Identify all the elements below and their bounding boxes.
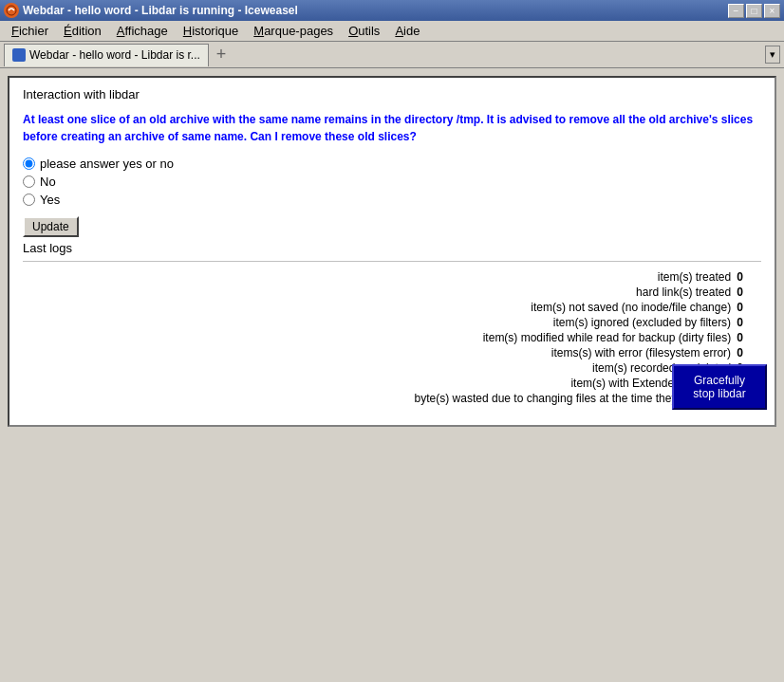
- table-row: item(s) not saved (no inode/file change)…: [23, 300, 761, 315]
- stat-label: item(s) recorded as deleted: [23, 360, 735, 376]
- radio-please[interactable]: [23, 157, 35, 170]
- menu-bar: Fichier Édition Affichage Historique Mar…: [0, 21, 784, 42]
- tab-label: Webdar - hello word - Libdar is r...: [29, 48, 200, 62]
- menu-affichage[interactable]: Affichage: [109, 22, 176, 40]
- tab-webdar[interactable]: Webdar - hello word - Libdar is r...: [4, 44, 209, 66]
- radio-please-label: please answer yes or no: [40, 157, 174, 171]
- stat-value: 0: [735, 300, 761, 315]
- minimize-button[interactable]: −: [728, 4, 744, 18]
- table-row: item(s) treated0: [23, 269, 761, 285]
- menu-outils[interactable]: Outils: [341, 22, 387, 40]
- interaction-panel: Interaction with libdar At least one sli…: [8, 76, 776, 427]
- stat-label: item(s) with Extended Attributes: [23, 376, 735, 391]
- stat-value: 0: [735, 269, 761, 285]
- close-button[interactable]: ×: [764, 4, 780, 18]
- add-tab-button[interactable]: +: [213, 45, 231, 65]
- stat-value: 0: [735, 330, 761, 345]
- stat-label: item(s) modified while read for backup (…: [23, 330, 735, 345]
- main-content: Interaction with libdar At least one sli…: [0, 68, 784, 682]
- radio-no[interactable]: [23, 175, 35, 188]
- menu-aide[interactable]: Aide: [387, 22, 427, 40]
- stat-value: 0: [735, 315, 761, 330]
- menu-fichier[interactable]: Fichier: [4, 22, 56, 40]
- radio-item-please: please answer yes or no: [23, 157, 761, 171]
- radio-no-label: No: [40, 175, 56, 189]
- menu-marque-pages[interactable]: Marque-pages: [246, 22, 341, 40]
- tab-favicon: [12, 48, 26, 62]
- menu-historique[interactable]: Historique: [176, 22, 247, 40]
- table-row: item(s) with Extended Attributes0: [23, 376, 761, 391]
- radio-yes-label: Yes: [40, 193, 60, 207]
- table-row: item(s) modified while read for backup (…: [23, 330, 761, 345]
- stat-label: item(s) treated: [23, 269, 735, 285]
- tab-bar: Webdar - hello word - Libdar is r... + ▾: [0, 42, 784, 68]
- window-title: Webdar - hello word - Libdar is running …: [23, 4, 298, 17]
- stats-table: item(s) treated0hard link(s) treated0ite…: [23, 269, 761, 406]
- stats-divider: [23, 261, 761, 262]
- stat-label: hard link(s) treated: [23, 285, 735, 300]
- stop-btn-line2: stop libdar: [693, 387, 745, 400]
- stat-label: items(s) with error (filesystem error): [23, 345, 735, 360]
- stat-label: item(s) not saved (no inode/file change): [23, 300, 735, 315]
- menu-edition[interactable]: Édition: [56, 22, 109, 40]
- radio-item-yes: Yes: [23, 193, 761, 207]
- table-row: item(s) ignored (excluded by filters)0: [23, 315, 761, 330]
- tab-dropdown-button[interactable]: ▾: [765, 46, 780, 64]
- warning-message: At least one slice of an old archive wit…: [23, 111, 761, 145]
- last-logs-label: Last logs: [23, 241, 761, 255]
- window-controls: − □ ×: [728, 4, 780, 18]
- app-icon: [4, 3, 19, 18]
- title-bar: Webdar - hello word - Libdar is running …: [0, 0, 784, 21]
- maximize-button[interactable]: □: [746, 4, 762, 18]
- stat-value: 0: [735, 345, 761, 360]
- update-button[interactable]: Update: [23, 216, 79, 237]
- stat-value: 0: [735, 285, 761, 300]
- stat-label: byte(s) wasted due to changing files at …: [23, 391, 735, 406]
- stat-label: item(s) ignored (excluded by filters): [23, 315, 735, 330]
- radio-group: please answer yes or no No Yes: [23, 157, 761, 207]
- stop-button-container: Gracefully stop libdar: [672, 364, 767, 410]
- table-row: byte(s) wasted due to changing files at …: [23, 391, 761, 406]
- table-row: hard link(s) treated0: [23, 285, 761, 300]
- table-row: item(s) recorded as deleted0: [23, 360, 761, 376]
- table-row: items(s) with error (filesystem error)0: [23, 345, 761, 360]
- stop-btn-line1: Gracefully: [694, 374, 745, 387]
- stop-libdar-button[interactable]: Gracefully stop libdar: [672, 364, 767, 410]
- panel-title: Interaction with libdar: [23, 87, 761, 101]
- svg-point-0: [7, 6, 16, 15]
- radio-item-no: No: [23, 175, 761, 189]
- radio-yes[interactable]: [23, 194, 35, 206]
